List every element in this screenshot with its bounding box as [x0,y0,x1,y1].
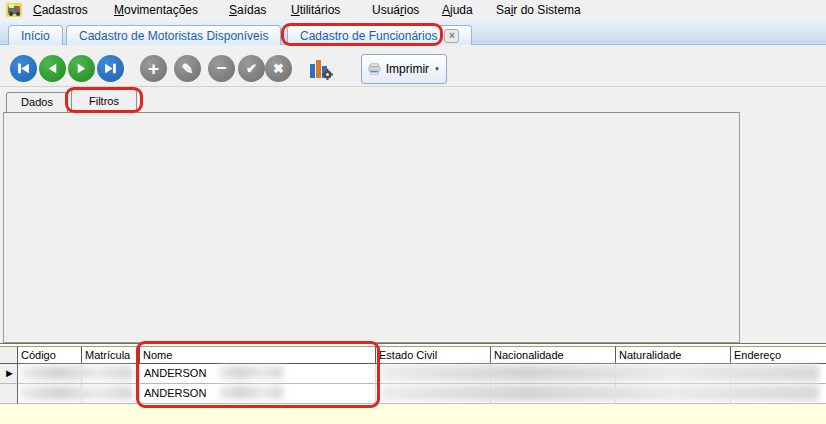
cross-icon: ✖ [273,61,284,76]
chart-report-button[interactable] [307,54,335,82]
bar-chart-gear-icon [309,56,333,80]
imprimir-dropdown-icon[interactable]: ▼ [434,66,440,72]
previous-record-button[interactable] [39,55,66,82]
redacted-blur [21,366,133,380]
menu-ajuda[interactable]: Ajuda [438,2,477,18]
minus-icon: − [216,58,227,79]
redacted-blur [381,385,819,401]
menu-bar: Cadastros Movimentações Saídas Utilitári… [0,0,826,20]
redacted-blur [21,386,133,400]
tab-close-icon[interactable]: × [444,29,459,43]
check-icon: ✔ [246,61,257,76]
edit-record-button[interactable]: ✎ [174,55,201,82]
printer-icon [368,59,381,79]
column-header-naturalidade[interactable]: Naturalidade [616,346,731,364]
tab-cadastro-funcionarios[interactable]: Cadastro de Funcionários × [287,25,472,45]
subtab-dados[interactable]: Dados [6,92,68,112]
row-gutter [0,384,18,404]
menu-usuarios[interactable]: Usuários [368,2,423,18]
subtab-filtros[interactable]: Filtros [71,89,137,113]
toolbar: + ✎ − ✔ ✖ Imprimir [0,45,826,87]
results-grid: Código Matrícula Nome Estado Civil Nacio… [0,343,826,424]
first-record-icon [16,61,31,76]
column-header-nacionalidade[interactable]: Nacionalidade [491,346,616,364]
menu-saidas[interactable]: Saídas [225,2,270,18]
menu-sair-do-sistema[interactable]: Sair do Sistema [492,2,585,18]
menu-movimentacoes[interactable]: Movimentações [110,2,202,18]
last-record-button[interactable] [97,55,124,82]
add-record-button[interactable]: + [140,55,167,82]
column-header-codigo[interactable]: Código [18,346,82,364]
first-record-button[interactable] [10,55,37,82]
redacted-blur [219,386,283,399]
column-header-endereco[interactable]: Endereço [731,346,826,364]
application-window: Cadastros Movimentações Saídas Utilitári… [0,0,826,424]
previous-record-icon [45,61,60,76]
redacted-blur [219,366,283,379]
row-indicator-icon: ► [0,364,18,384]
column-header-matricula[interactable]: Matrícula [82,346,140,364]
confirm-button[interactable]: ✔ [238,55,265,82]
filters-panel [3,112,740,343]
tab-inicio[interactable]: Início [8,25,63,45]
imprimir-label: Imprimir [386,62,429,76]
column-header-estado-civil[interactable]: Estado Civil [376,346,491,364]
redacted-blur [381,365,819,381]
remove-record-button[interactable]: − [208,55,235,82]
column-header-nome[interactable]: Nome [140,346,376,364]
pencil-icon: ✎ [182,61,194,77]
grid-header: Código Matrícula Nome Estado Civil Nacio… [0,346,826,364]
menu-utilitarios[interactable]: Utilitários [287,2,344,18]
next-record-icon [74,61,89,76]
imprimir-button[interactable]: Imprimir ▼ [361,54,447,84]
menu-cadastros[interactable]: Cadastros [29,2,92,18]
main-tab-strip: Início Cadastro de Motoristas Disponívei… [0,20,826,45]
plus-icon: + [148,58,159,80]
cancel-button[interactable]: ✖ [265,55,292,82]
last-record-icon [103,61,118,76]
tab-cadastro-motoristas[interactable]: Cadastro de Motoristas Disponíveis [66,25,281,45]
grid-header-gutter [0,346,18,364]
app-icon [6,2,23,18]
next-record-button[interactable] [68,55,95,82]
